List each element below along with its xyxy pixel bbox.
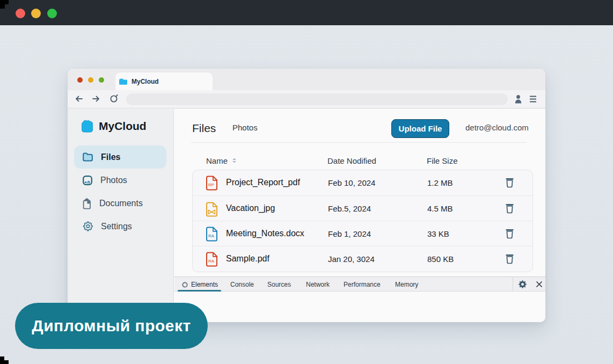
svg-text:RA: RA	[208, 234, 215, 238]
svg-text:RP: RP	[208, 183, 214, 187]
svg-text:RA: RA	[208, 259, 215, 264]
